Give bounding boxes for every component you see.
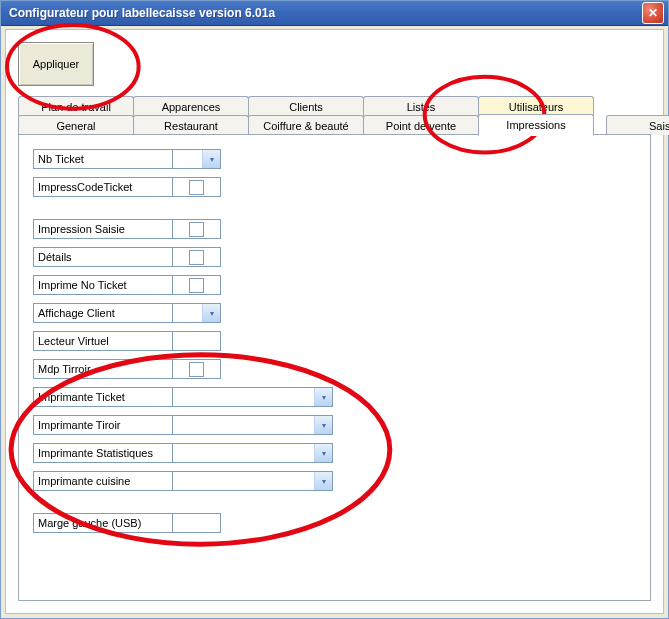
mdp-tirroir-cell	[173, 359, 221, 379]
chevron-down-icon: ▾	[314, 444, 332, 462]
field-imprimante-cuisine: Imprimante cuisine ▾	[33, 471, 636, 491]
impression-saisie-cell	[173, 219, 221, 239]
imprimante-tiroir-combo[interactable]: ▾	[173, 415, 333, 435]
chevron-down-icon: ▾	[202, 304, 220, 322]
mdp-tirroir-checkbox[interactable]	[189, 362, 204, 377]
tab-label: Restaurant	[164, 120, 218, 132]
tab-saisie[interactable]: Saisie	[606, 115, 669, 135]
chevron-down-icon: ▾	[202, 150, 220, 168]
tab-label: Saisie	[649, 120, 669, 132]
imprimante-ticket-combo[interactable]: ▾	[173, 387, 333, 407]
imprime-no-ticket-checkbox[interactable]	[189, 278, 204, 293]
field-imprimante-statistiques: Imprimante Statistiques ▾	[33, 443, 636, 463]
tab-general[interactable]: General	[18, 115, 134, 135]
tab-label: Utilisateurs	[509, 101, 563, 113]
tab-row-bottom: General Restaurant Coiffure & beauté Poi…	[18, 115, 651, 134]
field-impress-code-ticket: ImpressCodeTicket	[33, 177, 636, 197]
marge-gauche-usb-label: Marge gauche (USB)	[33, 513, 173, 533]
impress-code-ticket-checkbox[interactable]	[189, 180, 204, 195]
imprimante-ticket-value	[173, 388, 314, 406]
client-area: Appliquer Plan de travail Apparences Cli…	[5, 29, 664, 614]
lecteur-virtuel-input[interactable]	[173, 331, 221, 351]
imprimante-tiroir-value	[173, 416, 314, 434]
tab-listes[interactable]: Listes	[363, 96, 479, 116]
tab-restaurant[interactable]: Restaurant	[133, 115, 249, 135]
tab-page-impressions: Nb Ticket ▾ ImpressCodeTicket Impression…	[18, 134, 651, 601]
details-checkbox[interactable]	[189, 250, 204, 265]
tab-label: Clients	[289, 101, 323, 113]
imprime-no-ticket-label: Imprime No Ticket	[33, 275, 173, 295]
tab-label: Point de vente	[386, 120, 456, 132]
imprime-no-ticket-cell	[173, 275, 221, 295]
tab-utilisateurs[interactable]: Utilisateurs	[478, 96, 594, 116]
field-details: Détails	[33, 247, 636, 267]
tab-label: Listes	[407, 101, 436, 113]
imprimante-cuisine-combo[interactable]: ▾	[173, 471, 333, 491]
imprimante-statistiques-combo[interactable]: ▾	[173, 443, 333, 463]
impression-saisie-label: Impression Saisie	[33, 219, 173, 239]
chevron-down-icon: ▾	[314, 472, 332, 490]
details-cell	[173, 247, 221, 267]
field-nb-ticket: Nb Ticket ▾	[33, 149, 636, 169]
imprimante-statistiques-label: Imprimante Statistiques	[33, 443, 173, 463]
tab-plan-de-travail[interactable]: Plan de travail	[18, 96, 134, 116]
tab-label: Apparences	[162, 101, 221, 113]
imprimante-cuisine-label: Imprimante cuisine	[33, 471, 173, 491]
nb-ticket-combo[interactable]: ▾	[173, 149, 221, 169]
field-impression-saisie: Impression Saisie	[33, 219, 636, 239]
marge-gauche-usb-input[interactable]	[173, 513, 221, 533]
tab-coiffure-beaute[interactable]: Coiffure & beauté	[248, 115, 364, 135]
field-imprimante-ticket: Imprimante Ticket ▾	[33, 387, 636, 407]
tab-label: Plan de travail	[41, 101, 111, 113]
affichage-client-combo[interactable]: ▾	[173, 303, 221, 323]
impress-code-ticket-cell	[173, 177, 221, 197]
window-title: Configurateur pour labellecaisse version…	[9, 6, 642, 20]
tab-label: General	[56, 120, 95, 132]
field-marge-gauche-usb: Marge gauche (USB)	[33, 513, 636, 533]
config-window: Configurateur pour labellecaisse version…	[0, 0, 669, 619]
tab-apparences[interactable]: Apparences	[133, 96, 249, 116]
apply-button[interactable]: Appliquer	[18, 42, 94, 86]
chevron-down-icon: ▾	[314, 388, 332, 406]
nb-ticket-value	[173, 150, 202, 168]
field-lecteur-virtuel: Lecteur Virtuel	[33, 331, 636, 351]
imprimante-ticket-label: Imprimante Ticket	[33, 387, 173, 407]
tab-clients[interactable]: Clients	[248, 96, 364, 116]
details-label: Détails	[33, 247, 173, 267]
tab-row-top: Plan de travail Apparences Clients Liste…	[18, 96, 651, 115]
tab-label: Impressions	[506, 119, 565, 131]
affichage-client-value	[173, 304, 202, 322]
lecteur-virtuel-label: Lecteur Virtuel	[33, 331, 173, 351]
tab-impressions[interactable]: Impressions	[478, 114, 594, 136]
field-imprime-no-ticket: Imprime No Ticket	[33, 275, 636, 295]
titlebar: Configurateur pour labellecaisse version…	[1, 1, 668, 26]
tab-strip: Plan de travail Apparences Clients Liste…	[18, 96, 651, 134]
field-affichage-client: Affichage Client ▾	[33, 303, 636, 323]
imprimante-statistiques-value	[173, 444, 314, 462]
nb-ticket-label: Nb Ticket	[33, 149, 173, 169]
impress-code-ticket-label: ImpressCodeTicket	[33, 177, 173, 197]
close-button[interactable]: ✕	[642, 2, 664, 24]
field-imprimante-tiroir: Imprimante Tiroir ▾	[33, 415, 636, 435]
tab-point-de-vente[interactable]: Point de vente	[363, 115, 479, 135]
imprimante-cuisine-value	[173, 472, 314, 490]
field-mdp-tirroir: Mdp Tirroir	[33, 359, 636, 379]
chevron-down-icon: ▾	[314, 416, 332, 434]
impression-saisie-checkbox[interactable]	[189, 222, 204, 237]
mdp-tirroir-label: Mdp Tirroir	[33, 359, 173, 379]
close-icon: ✕	[648, 7, 658, 19]
tab-label: Coiffure & beauté	[263, 120, 348, 132]
imprimante-tiroir-label: Imprimante Tiroir	[33, 415, 173, 435]
tab-spacer	[593, 115, 607, 134]
affichage-client-label: Affichage Client	[33, 303, 173, 323]
